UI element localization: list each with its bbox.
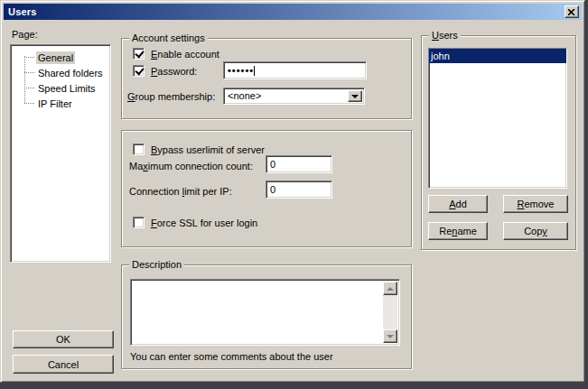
password-input[interactable]: •••••• [223, 61, 367, 79]
max-connections-label: Maximum connection count: [129, 161, 253, 172]
max-connections-input[interactable]: 0 [266, 155, 332, 173]
copy-button[interactable]: Copy [503, 222, 568, 240]
ip-limit-label: Connection limit per IP: [129, 186, 232, 198]
close-icon [568, 9, 575, 15]
bypass-userlimit-label: Bypass userlimit of server [151, 144, 265, 156]
password-value: •••••• [228, 65, 254, 76]
add-button[interactable]: Add [428, 195, 488, 213]
password-label: Password: [151, 66, 197, 78]
text-caret [254, 66, 255, 76]
page-list[interactable]: General Shared folders Speed Limits IP F… [10, 44, 111, 263]
page-label: Page: [12, 29, 38, 41]
enable-account-label: Enable account [151, 49, 219, 60]
ok-button[interactable]: OK [13, 330, 114, 348]
user-list-item[interactable]: john [429, 49, 566, 63]
rename-button[interactable]: Rename [428, 222, 488, 240]
scroll-up-button[interactable] [383, 282, 397, 295]
tree-dash [24, 103, 34, 104]
arrow-up-icon [387, 287, 394, 291]
users-dialog: Users Page: General Shared folders Speed… [0, 0, 585, 383]
chevron-down-icon [351, 95, 359, 98]
tree-dash [24, 88, 34, 88]
scroll-down-button[interactable] [383, 329, 397, 343]
force-ssl-checkbox[interactable] [133, 217, 145, 228]
account-settings-group-title: Account settings [129, 32, 208, 44]
window-title: Users [4, 6, 37, 17]
cancel-button[interactable]: Cancel [13, 355, 114, 374]
password-checkbox[interactable] [133, 65, 145, 77]
close-button[interactable] [565, 5, 579, 18]
title-bar[interactable]: Users [4, 4, 582, 20]
description-textarea[interactable] [130, 279, 400, 346]
tree-item-speed-limits[interactable]: Speed Limits [11, 80, 110, 96]
users-list[interactable]: john [428, 48, 567, 189]
tree-item-ip-filter[interactable]: IP Filter [11, 96, 110, 111]
description-scrollbar[interactable] [383, 282, 397, 343]
tree-item-general[interactable]: General [11, 50, 110, 65]
bypass-userlimit-checkbox[interactable] [133, 144, 145, 155]
group-membership-label: Group membership: [127, 91, 215, 103]
force-ssl-label: Force SSL for user login [151, 218, 257, 229]
remove-button[interactable]: Remove [503, 195, 568, 213]
arrow-down-icon [387, 335, 394, 338]
dropdown-button[interactable] [348, 90, 362, 102]
enable-account-checkbox[interactable] [133, 48, 145, 60]
tree-item-shared-folders[interactable]: Shared folders [11, 65, 110, 80]
tree-dash [24, 72, 34, 73]
group-membership-select[interactable]: <none> [223, 88, 365, 105]
ip-limit-input[interactable]: 0 [266, 181, 332, 199]
description-group-title: Description [129, 259, 184, 271]
tree-dash [24, 57, 34, 58]
users-group-title: Users [429, 30, 461, 42]
group-membership-value: <none> [228, 90, 261, 101]
description-hint: You can enter some comments about the us… [130, 351, 333, 363]
